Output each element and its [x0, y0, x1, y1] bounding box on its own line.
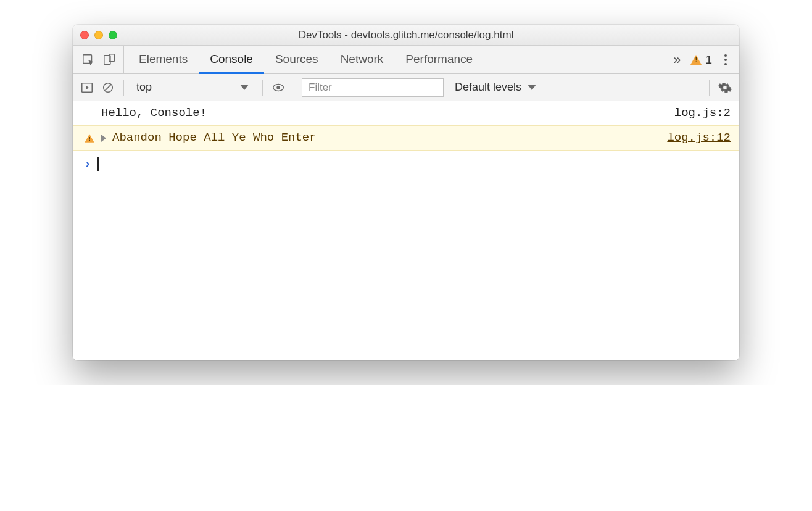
devtools-menu-icon[interactable]	[721, 54, 731, 65]
source-link[interactable]: log.js:2	[674, 104, 731, 122]
tab-elements[interactable]: Elements	[128, 46, 199, 74]
tab-console[interactable]: Console	[199, 46, 264, 74]
execution-context-select[interactable]: top	[131, 78, 255, 97]
warning-icon	[690, 55, 702, 65]
panel-tabs: Elements Console Sources Network Perform…	[128, 46, 669, 73]
warning-count: 1	[705, 53, 712, 67]
console-toolbar: top Default levels	[73, 74, 739, 101]
log-levels-select[interactable]: Default levels	[449, 81, 542, 94]
warning-icon	[85, 134, 94, 143]
live-expression-icon[interactable]	[270, 80, 286, 96]
context-label: top	[136, 81, 152, 94]
log-row: Hello, Console! log.js:2	[73, 101, 739, 125]
log-message: Hello, Console!	[101, 104, 207, 122]
divider	[262, 80, 263, 96]
text-cursor	[97, 157, 99, 171]
tab-sources[interactable]: Sources	[264, 46, 329, 74]
svg-point-7	[276, 86, 280, 89]
filter-input[interactable]	[302, 78, 444, 97]
divider	[709, 80, 710, 96]
close-window-button[interactable]	[80, 31, 89, 39]
traffic-lights	[80, 31, 117, 39]
more-tabs-icon[interactable]: »	[669, 52, 682, 68]
log-message: Abandon Hope All Ye Who Enter	[112, 128, 317, 147]
tab-performance[interactable]: Performance	[394, 46, 484, 74]
issues-warning-badge[interactable]: 1	[690, 53, 712, 67]
svg-line-5	[105, 85, 110, 90]
devtools-window: DevTools - devtools.glitch.me/console/lo…	[73, 25, 739, 360]
console-prompt[interactable]: ›	[73, 151, 739, 178]
device-toolbar-icon[interactable]	[101, 52, 117, 68]
minimize-window-button[interactable]	[94, 31, 103, 39]
expand-icon[interactable]	[101, 135, 106, 142]
inspect-element-icon[interactable]	[80, 52, 96, 68]
levels-label: Default levels	[455, 81, 521, 94]
divider	[294, 80, 294, 96]
window-titlebar: DevTools - devtools.glitch.me/console/lo…	[73, 25, 739, 46]
warning-row: Abandon Hope All Ye Who Enter log.js:12	[73, 125, 739, 150]
zoom-window-button[interactable]	[109, 31, 117, 39]
divider	[123, 80, 124, 96]
console-settings-icon[interactable]	[717, 80, 733, 96]
window-title: DevTools - devtools.glitch.me/console/lo…	[73, 29, 739, 41]
clear-console-icon[interactable]	[100, 80, 116, 96]
tab-network[interactable]: Network	[329, 46, 395, 74]
chevron-down-icon	[528, 85, 536, 90]
toggle-sidebar-icon[interactable]	[79, 80, 95, 96]
prompt-chevron-icon: ›	[84, 154, 91, 174]
devtools-tabbar: Elements Console Sources Network Perform…	[73, 46, 739, 74]
chevron-down-icon	[240, 85, 249, 90]
console-output: Hello, Console! log.js:2 Abandon Hope Al…	[73, 101, 739, 360]
source-link[interactable]: log.js:12	[667, 128, 731, 147]
